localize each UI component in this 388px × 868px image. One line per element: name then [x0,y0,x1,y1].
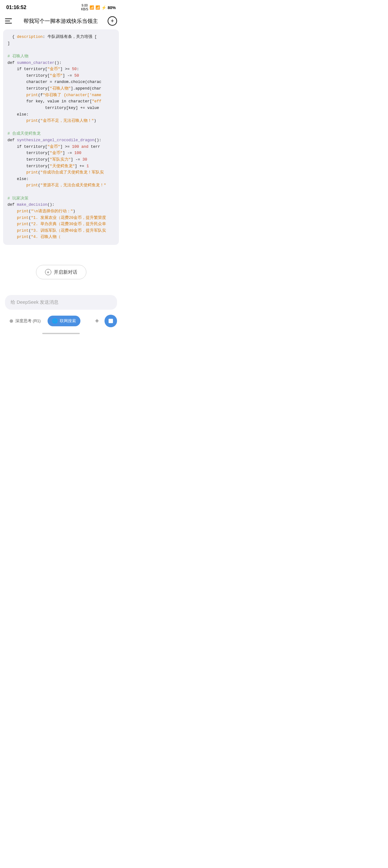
deep-think-button[interactable]: ⊗ 深度思考 (R1) [5,316,45,326]
stop-icon [108,319,113,323]
menu-line-1 [5,19,12,19]
web-search-label: 联网搜索 [60,318,76,324]
stop-button[interactable] [104,315,117,327]
new-chat-area: + 开启新对话 [0,255,122,286]
web-search-icon: 🌐 [52,318,58,324]
message-input[interactable]: 给 DeepSeek 发送消息 [5,295,117,310]
menu-button[interactable] [5,17,14,25]
menu-line-2 [5,21,10,21]
add-conversation-button[interactable]: + [108,16,117,26]
signal-4g-icon: 📶 [90,5,94,10]
page-title: 帮我写个一脚本游戏快乐当领主 [24,18,98,25]
battery-level: 80% [108,5,116,10]
home-bar-indicator [42,333,80,334]
deep-think-label: 深度思考 (R1) [15,318,41,324]
code-scroll-area: { description: 牛队训练有条，关力培强 [ ] # 召唤人物 de… [0,29,122,248]
new-chat-plus-icon: + [45,269,51,275]
status-icons: 9.00KB/S 📶 📶 ⚡ 80% [81,4,116,11]
network-speed-label: 9.00KB/S [81,4,88,11]
status-bar: 01:16:52 9.00KB/S 📶 📶 ⚡ 80% [0,0,122,14]
header: 帮我写个一脚本游戏快乐当领主 + [0,14,122,29]
new-chat-label: 开启新对话 [54,269,77,275]
code-container: { description: 牛队训练有条，关力培强 [ ] # 召唤人物 de… [3,29,119,245]
input-area: 给 DeepSeek 发送消息 [0,292,122,312]
status-time: 01:16:52 [6,5,26,10]
web-search-button[interactable]: 🌐 联网搜索 [47,316,80,326]
signal-4g2-icon: 📶 [95,5,100,10]
deep-think-icon: ⊗ [9,318,13,324]
code-block[interactable]: { description: 牛队训练有条，关力培强 [ ] # 召唤人物 de… [7,34,115,241]
battery-icon: ⚡ [101,5,106,10]
new-chat-button[interactable]: + 开启新对话 [36,265,86,279]
home-bar [0,331,122,337]
menu-line-3 [5,23,12,24]
bottom-toolbar: ⊗ 深度思考 (R1) 🌐 联网搜索 + [0,312,122,331]
toolbar-plus-button[interactable]: + [92,316,102,326]
